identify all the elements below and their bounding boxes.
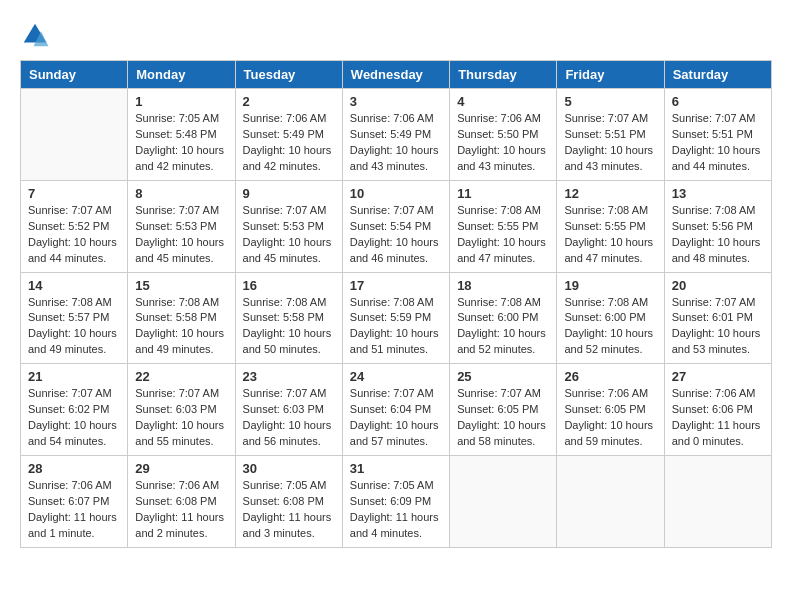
cell-info: Sunrise: 7:06 AM Sunset: 6:08 PM Dayligh… <box>135 478 227 542</box>
day-number: 3 <box>350 94 442 109</box>
day-number: 6 <box>672 94 764 109</box>
logo <box>20 20 54 50</box>
day-number: 28 <box>28 461 120 476</box>
calendar-cell: 8Sunrise: 7:07 AM Sunset: 5:53 PM Daylig… <box>128 180 235 272</box>
calendar-cell: 21Sunrise: 7:07 AM Sunset: 6:02 PM Dayli… <box>21 364 128 456</box>
calendar-week-row: 7Sunrise: 7:07 AM Sunset: 5:52 PM Daylig… <box>21 180 772 272</box>
calendar-cell: 27Sunrise: 7:06 AM Sunset: 6:06 PM Dayli… <box>664 364 771 456</box>
calendar-cell <box>557 456 664 548</box>
day-number: 14 <box>28 278 120 293</box>
calendar-cell: 24Sunrise: 7:07 AM Sunset: 6:04 PM Dayli… <box>342 364 449 456</box>
cell-info: Sunrise: 7:08 AM Sunset: 5:57 PM Dayligh… <box>28 295 120 359</box>
cell-info: Sunrise: 7:06 AM Sunset: 6:05 PM Dayligh… <box>564 386 656 450</box>
day-number: 26 <box>564 369 656 384</box>
calendar-cell <box>450 456 557 548</box>
calendar-cell: 22Sunrise: 7:07 AM Sunset: 6:03 PM Dayli… <box>128 364 235 456</box>
cell-info: Sunrise: 7:07 AM Sunset: 6:05 PM Dayligh… <box>457 386 549 450</box>
day-number: 17 <box>350 278 442 293</box>
cell-info: Sunrise: 7:07 AM Sunset: 6:04 PM Dayligh… <box>350 386 442 450</box>
cell-info: Sunrise: 7:08 AM Sunset: 5:58 PM Dayligh… <box>135 295 227 359</box>
day-number: 24 <box>350 369 442 384</box>
day-number: 2 <box>243 94 335 109</box>
cell-info: Sunrise: 7:08 AM Sunset: 5:59 PM Dayligh… <box>350 295 442 359</box>
cell-info: Sunrise: 7:07 AM Sunset: 5:53 PM Dayligh… <box>135 203 227 267</box>
calendar-cell: 4Sunrise: 7:06 AM Sunset: 5:50 PM Daylig… <box>450 89 557 181</box>
day-number: 10 <box>350 186 442 201</box>
day-number: 25 <box>457 369 549 384</box>
calendar-cell: 11Sunrise: 7:08 AM Sunset: 5:55 PM Dayli… <box>450 180 557 272</box>
day-number: 20 <box>672 278 764 293</box>
cell-info: Sunrise: 7:07 AM Sunset: 6:02 PM Dayligh… <box>28 386 120 450</box>
day-number: 16 <box>243 278 335 293</box>
calendar-cell: 18Sunrise: 7:08 AM Sunset: 6:00 PM Dayli… <box>450 272 557 364</box>
calendar-cell: 2Sunrise: 7:06 AM Sunset: 5:49 PM Daylig… <box>235 89 342 181</box>
cell-info: Sunrise: 7:06 AM Sunset: 6:06 PM Dayligh… <box>672 386 764 450</box>
calendar-cell: 14Sunrise: 7:08 AM Sunset: 5:57 PM Dayli… <box>21 272 128 364</box>
calendar-cell: 25Sunrise: 7:07 AM Sunset: 6:05 PM Dayli… <box>450 364 557 456</box>
calendar-table: SundayMondayTuesdayWednesdayThursdayFrid… <box>20 60 772 548</box>
day-header-sunday: Sunday <box>21 61 128 89</box>
day-number: 8 <box>135 186 227 201</box>
calendar-week-row: 1Sunrise: 7:05 AM Sunset: 5:48 PM Daylig… <box>21 89 772 181</box>
day-number: 27 <box>672 369 764 384</box>
day-number: 12 <box>564 186 656 201</box>
calendar-week-row: 28Sunrise: 7:06 AM Sunset: 6:07 PM Dayli… <box>21 456 772 548</box>
cell-info: Sunrise: 7:06 AM Sunset: 5:49 PM Dayligh… <box>350 111 442 175</box>
calendar-cell: 29Sunrise: 7:06 AM Sunset: 6:08 PM Dayli… <box>128 456 235 548</box>
day-header-thursday: Thursday <box>450 61 557 89</box>
day-number: 9 <box>243 186 335 201</box>
calendar-cell: 6Sunrise: 7:07 AM Sunset: 5:51 PM Daylig… <box>664 89 771 181</box>
day-number: 13 <box>672 186 764 201</box>
day-header-saturday: Saturday <box>664 61 771 89</box>
day-number: 15 <box>135 278 227 293</box>
logo-icon <box>20 20 50 50</box>
cell-info: Sunrise: 7:07 AM Sunset: 6:01 PM Dayligh… <box>672 295 764 359</box>
cell-info: Sunrise: 7:08 AM Sunset: 5:56 PM Dayligh… <box>672 203 764 267</box>
calendar-cell <box>21 89 128 181</box>
day-number: 7 <box>28 186 120 201</box>
calendar-cell: 5Sunrise: 7:07 AM Sunset: 5:51 PM Daylig… <box>557 89 664 181</box>
cell-info: Sunrise: 7:08 AM Sunset: 6:00 PM Dayligh… <box>564 295 656 359</box>
calendar-cell: 19Sunrise: 7:08 AM Sunset: 6:00 PM Dayli… <box>557 272 664 364</box>
day-header-tuesday: Tuesday <box>235 61 342 89</box>
cell-info: Sunrise: 7:07 AM Sunset: 5:52 PM Dayligh… <box>28 203 120 267</box>
day-number: 1 <box>135 94 227 109</box>
day-number: 11 <box>457 186 549 201</box>
cell-info: Sunrise: 7:07 AM Sunset: 5:54 PM Dayligh… <box>350 203 442 267</box>
cell-info: Sunrise: 7:07 AM Sunset: 5:53 PM Dayligh… <box>243 203 335 267</box>
calendar-cell: 7Sunrise: 7:07 AM Sunset: 5:52 PM Daylig… <box>21 180 128 272</box>
calendar-cell: 28Sunrise: 7:06 AM Sunset: 6:07 PM Dayli… <box>21 456 128 548</box>
day-number: 21 <box>28 369 120 384</box>
calendar-cell: 3Sunrise: 7:06 AM Sunset: 5:49 PM Daylig… <box>342 89 449 181</box>
day-number: 30 <box>243 461 335 476</box>
cell-info: Sunrise: 7:06 AM Sunset: 5:50 PM Dayligh… <box>457 111 549 175</box>
day-number: 22 <box>135 369 227 384</box>
calendar-header-row: SundayMondayTuesdayWednesdayThursdayFrid… <box>21 61 772 89</box>
day-number: 4 <box>457 94 549 109</box>
cell-info: Sunrise: 7:08 AM Sunset: 6:00 PM Dayligh… <box>457 295 549 359</box>
calendar-cell: 12Sunrise: 7:08 AM Sunset: 5:55 PM Dayli… <box>557 180 664 272</box>
day-number: 5 <box>564 94 656 109</box>
cell-info: Sunrise: 7:06 AM Sunset: 5:49 PM Dayligh… <box>243 111 335 175</box>
cell-info: Sunrise: 7:08 AM Sunset: 5:58 PM Dayligh… <box>243 295 335 359</box>
cell-info: Sunrise: 7:05 AM Sunset: 6:08 PM Dayligh… <box>243 478 335 542</box>
cell-info: Sunrise: 7:05 AM Sunset: 6:09 PM Dayligh… <box>350 478 442 542</box>
cell-info: Sunrise: 7:06 AM Sunset: 6:07 PM Dayligh… <box>28 478 120 542</box>
calendar-cell: 26Sunrise: 7:06 AM Sunset: 6:05 PM Dayli… <box>557 364 664 456</box>
cell-info: Sunrise: 7:07 AM Sunset: 5:51 PM Dayligh… <box>564 111 656 175</box>
calendar-cell: 1Sunrise: 7:05 AM Sunset: 5:48 PM Daylig… <box>128 89 235 181</box>
cell-info: Sunrise: 7:07 AM Sunset: 5:51 PM Dayligh… <box>672 111 764 175</box>
calendar-week-row: 21Sunrise: 7:07 AM Sunset: 6:02 PM Dayli… <box>21 364 772 456</box>
day-header-wednesday: Wednesday <box>342 61 449 89</box>
calendar-cell: 31Sunrise: 7:05 AM Sunset: 6:09 PM Dayli… <box>342 456 449 548</box>
day-number: 18 <box>457 278 549 293</box>
calendar-cell: 17Sunrise: 7:08 AM Sunset: 5:59 PM Dayli… <box>342 272 449 364</box>
calendar-cell: 9Sunrise: 7:07 AM Sunset: 5:53 PM Daylig… <box>235 180 342 272</box>
day-header-monday: Monday <box>128 61 235 89</box>
calendar-cell: 30Sunrise: 7:05 AM Sunset: 6:08 PM Dayli… <box>235 456 342 548</box>
calendar-cell: 13Sunrise: 7:08 AM Sunset: 5:56 PM Dayli… <box>664 180 771 272</box>
calendar-cell: 16Sunrise: 7:08 AM Sunset: 5:58 PM Dayli… <box>235 272 342 364</box>
calendar-cell: 10Sunrise: 7:07 AM Sunset: 5:54 PM Dayli… <box>342 180 449 272</box>
cell-info: Sunrise: 7:07 AM Sunset: 6:03 PM Dayligh… <box>135 386 227 450</box>
calendar-cell: 20Sunrise: 7:07 AM Sunset: 6:01 PM Dayli… <box>664 272 771 364</box>
